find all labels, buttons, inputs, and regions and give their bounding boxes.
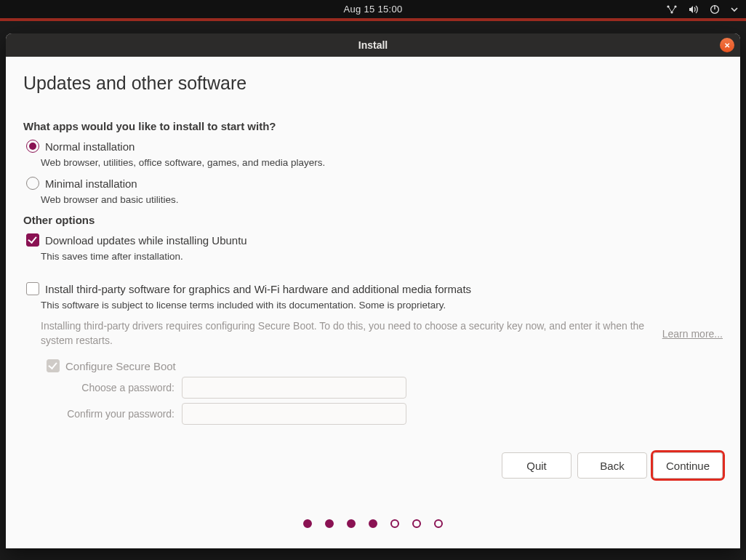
clock: Aug 15 15:00	[344, 4, 403, 15]
other-options-title: Other options	[23, 214, 723, 226]
normal-installation-hint: Web browser, utilities, office software,…	[41, 157, 723, 168]
radio-icon[interactable]	[26, 140, 39, 153]
check-third-party[interactable]: Install third-party software for graphic…	[23, 282, 723, 295]
check-configure-secure-boot: Configure Secure Boot	[44, 359, 723, 372]
volume-icon[interactable]	[688, 4, 699, 15]
progress-dot	[434, 519, 443, 528]
progress-dot	[390, 519, 399, 528]
third-party-hint: This software is subject to license term…	[41, 300, 723, 311]
installer-window: Install Updates and other software What …	[6, 33, 740, 548]
apps-question: What apps would you like to install to s…	[23, 120, 723, 132]
progress-dot	[325, 519, 334, 528]
confirm-password-input	[182, 403, 406, 425]
radio-minimal-installation[interactable]: Minimal installation	[23, 177, 723, 190]
learn-more-link[interactable]: Learn more...	[662, 328, 723, 340]
check-download-updates[interactable]: Download updates while installing Ubuntu	[23, 233, 723, 247]
radio-label: Minimal installation	[45, 177, 137, 190]
power-icon[interactable]	[710, 4, 720, 15]
quit-button[interactable]: Quit	[502, 452, 571, 479]
page-title: Updates and other software	[23, 73, 723, 94]
network-icon[interactable]	[666, 4, 678, 15]
radio-normal-installation[interactable]: Normal installation	[23, 140, 723, 153]
checkbox-label: Download updates while installing Ubuntu	[45, 234, 247, 247]
desktop-gap	[0, 21, 746, 33]
confirm-password-label: Confirm your password:	[44, 408, 175, 420]
chevron-down-icon[interactable]	[730, 5, 739, 14]
checkbox-icon	[47, 359, 60, 372]
choose-password-label: Choose a password:	[44, 382, 175, 393]
secure-boot-text: Installing third-party drivers requires …	[41, 319, 662, 348]
checkbox-icon[interactable]	[26, 282, 39, 295]
titlebar: Install	[6, 33, 740, 57]
close-button[interactable]	[720, 38, 734, 52]
secure-boot-config: Configure Secure Boot Choose a password:…	[44, 359, 723, 425]
choose-password-row: Choose a password:	[44, 377, 723, 399]
gnome-top-bar: Aug 15 15:00	[0, 0, 746, 18]
wizard-buttons: Quit Back Continue	[502, 452, 723, 479]
system-tray[interactable]	[666, 0, 739, 18]
progress-dot	[369, 519, 377, 528]
radio-label: Normal installation	[45, 140, 135, 153]
radio-icon[interactable]	[26, 177, 39, 190]
progress-dots	[6, 519, 740, 528]
minimal-installation-hint: Web browser and basic utilities.	[41, 194, 723, 205]
continue-button[interactable]: Continue	[653, 452, 723, 479]
progress-dot	[303, 519, 312, 528]
secure-boot-info: Installing third-party drivers requires …	[41, 319, 723, 348]
checkbox-icon[interactable]	[26, 233, 39, 247]
choose-password-input	[182, 377, 406, 399]
progress-dot	[412, 519, 421, 528]
checkbox-label: Configure Secure Boot	[65, 360, 176, 372]
download-updates-hint: This saves time after installation.	[41, 251, 723, 262]
content-area: Updates and other software What apps wou…	[6, 57, 740, 548]
back-button[interactable]: Back	[577, 452, 647, 479]
progress-dot	[347, 519, 356, 528]
confirm-password-row: Confirm your password:	[44, 403, 723, 425]
checkbox-label: Install third-party software for graphic…	[45, 283, 471, 295]
window-title: Install	[358, 39, 388, 51]
